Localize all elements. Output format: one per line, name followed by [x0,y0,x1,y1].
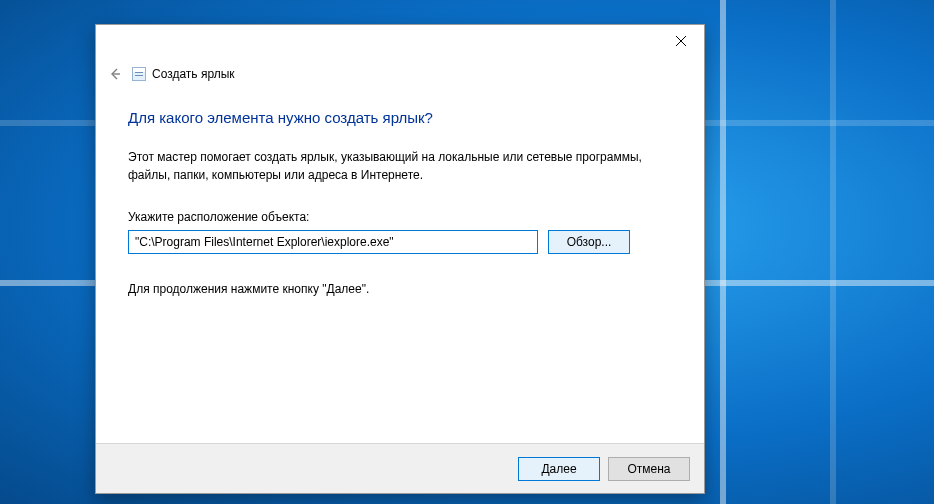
shortcut-icon [132,67,146,81]
close-button[interactable] [658,25,704,57]
close-icon [676,36,686,46]
create-shortcut-dialog: Создать ярлык Для какого элемента нужно … [95,24,705,494]
wizard-explain-text: Этот мастер помогает создать ярлык, указ… [128,148,672,184]
back-button[interactable] [104,63,126,85]
wizard-body: Для какого элемента нужно создать ярлык?… [96,87,704,443]
dialog-footer: Далее Отмена [96,443,704,493]
continue-hint: Для продолжения нажмите кнопку "Далее". [128,282,672,296]
cancel-button[interactable]: Отмена [608,457,690,481]
location-input[interactable] [128,230,538,254]
desktop-wallpaper: Создать ярлык Для какого элемента нужно … [0,0,934,504]
titlebar [96,25,704,57]
wizard-small-title: Создать ярлык [152,67,235,81]
wizard-heading: Для какого элемента нужно создать ярлык? [128,109,672,126]
next-button[interactable]: Далее [518,457,600,481]
browse-button[interactable]: Обзор... [548,230,630,254]
location-label: Укажите расположение объекта: [128,210,672,224]
back-arrow-icon [108,67,122,81]
wizard-header-row: Создать ярлык [96,57,704,87]
location-field-row: Обзор... [128,230,672,254]
